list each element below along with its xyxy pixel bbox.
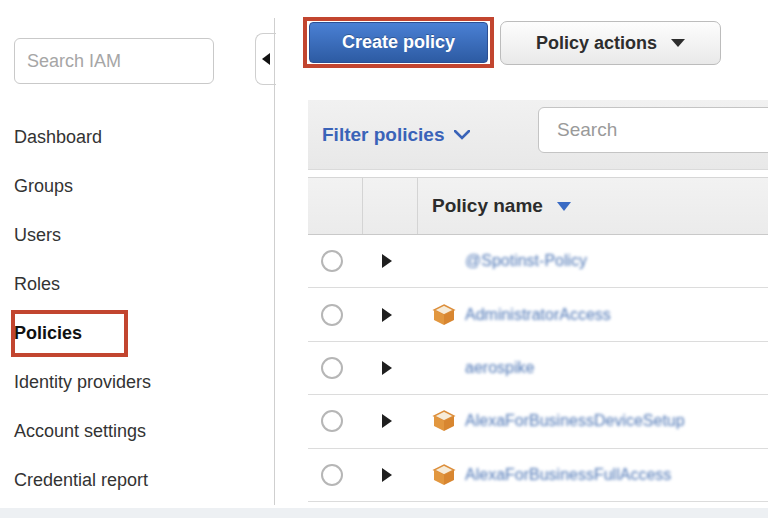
column-divider <box>417 178 418 234</box>
expand-row-button[interactable] <box>382 360 398 376</box>
sidebar-collapse-button[interactable] <box>255 33 276 85</box>
policy-icon-slot <box>432 356 456 380</box>
table-header: Policy name <box>308 177 768 235</box>
sidebar-divider <box>274 18 275 505</box>
chevron-down-icon <box>671 39 685 47</box>
policy-name-link[interactable]: AlexaForBusinessDeviceSetup <box>465 412 685 430</box>
column-header-policy-name[interactable]: Policy name <box>432 195 571 217</box>
policy-name-column-label: Policy name <box>432 195 543 217</box>
expand-row-button[interactable] <box>382 413 398 429</box>
policy-search-input[interactable] <box>557 119 768 141</box>
table-row: aerospike <box>308 342 768 395</box>
bottom-strip <box>0 508 768 518</box>
sidebar-nav: DashboardGroupsUsersRolesPoliciesIdentit… <box>14 113 254 505</box>
policy-icon-slot <box>432 249 456 273</box>
row-radio-button[interactable] <box>321 357 343 379</box>
caret-right-icon <box>382 308 392 322</box>
row-radio-button[interactable] <box>321 250 343 272</box>
policy-name-link[interactable]: @Spotinst-Policy <box>465 252 587 270</box>
chevron-down-icon <box>454 130 470 140</box>
caret-right-icon <box>382 414 392 428</box>
filter-bar: Filter policies <box>308 100 768 170</box>
caret-right-icon <box>382 468 392 482</box>
table-row: AlexaForBusinessDeviceSetup <box>308 395 768 448</box>
policy-name-link[interactable]: aerospike <box>465 359 534 377</box>
policy-icon-slot <box>432 303 456 327</box>
policy-name-link[interactable]: AdministratorAccess <box>465 306 611 324</box>
aws-managed-policy-icon <box>432 409 456 433</box>
table-row: AlexaForBusinessFullAccess <box>308 449 768 502</box>
sidebar-item-account-settings[interactable]: Account settings <box>14 407 254 456</box>
column-divider <box>362 178 363 234</box>
sidebar-item-credential-report[interactable]: Credential report <box>14 456 254 505</box>
sidebar-item-users[interactable]: Users <box>14 211 254 260</box>
iam-search-input[interactable] <box>14 38 214 84</box>
collapse-left-icon <box>262 53 270 65</box>
sidebar-item-roles[interactable]: Roles <box>14 260 254 309</box>
aws-managed-policy-icon <box>432 463 456 487</box>
table-row: AdministratorAccess <box>308 288 768 341</box>
policy-icon-slot <box>432 409 456 433</box>
aws-managed-policy-icon <box>432 303 456 327</box>
policy-actions-label: Policy actions <box>536 33 657 54</box>
sort-caret-down-icon <box>557 202 571 211</box>
policies-table-body: @Spotinst-PolicyAdministratorAccessaeros… <box>308 235 768 502</box>
expand-row-button[interactable] <box>382 253 398 269</box>
expand-row-button[interactable] <box>382 307 398 323</box>
sidebar-item-policies[interactable]: Policies <box>14 309 254 358</box>
policy-search-box <box>538 107 768 153</box>
row-radio-button[interactable] <box>321 304 343 326</box>
filter-policies-label: Filter policies <box>322 124 444 146</box>
row-radio-button[interactable] <box>321 410 343 432</box>
policy-actions-button[interactable]: Policy actions <box>500 21 721 65</box>
policy-name-link[interactable]: AlexaForBusinessFullAccess <box>465 466 671 484</box>
expand-row-button[interactable] <box>382 467 398 483</box>
sidebar-item-dashboard[interactable]: Dashboard <box>14 113 254 162</box>
caret-right-icon <box>382 361 392 375</box>
caret-right-icon <box>382 254 392 268</box>
policy-icon-slot <box>432 463 456 487</box>
sidebar-item-groups[interactable]: Groups <box>14 162 254 211</box>
filter-policies-dropdown[interactable]: Filter policies <box>322 124 470 146</box>
row-radio-button[interactable] <box>321 464 343 486</box>
iam-console: DashboardGroupsUsersRolesPoliciesIdentit… <box>0 0 768 518</box>
sidebar-item-identity-providers[interactable]: Identity providers <box>14 358 254 407</box>
table-row: @Spotinst-Policy <box>308 235 768 288</box>
create-policy-button[interactable]: Create policy <box>309 22 488 63</box>
